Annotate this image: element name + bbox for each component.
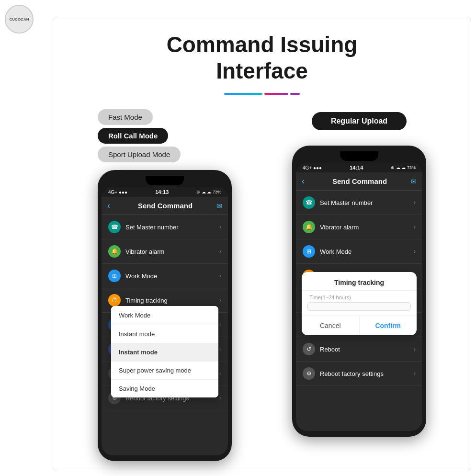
left-phone-screen: 4G+ ●●● 14:13 ⊕ ☁ ☁ 73% ‹ Send Command ✉…	[102, 187, 228, 455]
logo-image: CUCOCAN	[5, 5, 34, 34]
right-back-button[interactable]: ‹	[302, 176, 305, 186]
right-chevron-workmode: ›	[414, 248, 416, 255]
left-chevron-timing: ›	[219, 297, 221, 304]
right-status-bar: 4G+ ●●● 14:14 ⊕ ☁ ☁ 73%	[296, 163, 422, 172]
left-chevron-factory: ›	[219, 395, 221, 401]
main-container: Command Issuing Interface Fast Mode Roll…	[53, 17, 471, 471]
logo: CUCOCAN	[5, 5, 34, 34]
right-header-title: Send Command	[308, 177, 411, 185]
right-menu-item-vibrator[interactable]: 🔔 Vibrator alarm ›	[296, 215, 422, 239]
right-icon-master: ☎	[303, 196, 315, 209]
right-menu-item-master[interactable]: ☎ Set Master number ›	[296, 191, 422, 215]
left-icon-timing: ⏱	[108, 294, 121, 306]
right-menu-item-factory[interactable]: ⚙ Reboot factory settings ›	[296, 362, 422, 386]
left-labels: Fast Mode Roll Call Mode Sport Upload Mo…	[98, 109, 181, 162]
dialog-input-label: Time(1~24 hours)	[302, 291, 417, 302]
left-back-button[interactable]: ‹	[107, 201, 110, 211]
left-header-message-icon[interactable]: ✉	[216, 202, 222, 210]
left-status-signal: 4G+ ●●●	[108, 190, 127, 195]
label-roll-call-mode: Roll Call Mode	[98, 128, 168, 144]
right-chevron-factory: ›	[414, 370, 416, 377]
right-label-vibrator: Vibrator alarm	[320, 224, 359, 231]
left-chevron-vibrator: ›	[219, 248, 221, 255]
left-label-vibrator: Vibrator alarm	[125, 248, 164, 255]
right-header-message-icon[interactable]: ✉	[411, 178, 417, 185]
underline-purple	[290, 93, 300, 95]
right-menu-item-workmode[interactable]: ⊞ Work Mode ›	[296, 239, 422, 264]
dialog-buttons: Cancel Confirm	[302, 316, 417, 335]
left-dropdown: Work Mode Instant mode Instant mode Supe…	[111, 306, 218, 397]
right-chevron-master: ›	[414, 199, 416, 206]
left-label-master: Set Master number	[125, 224, 179, 231]
left-label-timing: Timing tracking	[125, 297, 168, 304]
left-phone-header: ‹ Send Command ✉	[102, 197, 228, 215]
left-status-icons: ⊕ ☁ ☁ 73%	[196, 190, 221, 194]
left-menu-item-master[interactable]: ☎ Set Master number ›	[102, 215, 228, 239]
right-menu-list: ☎ Set Master number › 🔔 Vibrator alarm ›…	[296, 191, 422, 288]
underline-blue	[224, 93, 262, 95]
right-label-reboot: Reboot	[320, 346, 340, 353]
right-chevron-vibrator: ›	[414, 224, 416, 230]
left-menu-item-vibrator[interactable]: 🔔 Vibrator alarm ›	[102, 239, 228, 264]
right-label-factory: Reboot factory settings	[320, 370, 384, 377]
label-regular-upload: Regular Upload	[312, 112, 407, 130]
dropdown-option-super[interactable]: Super power saving mode	[111, 362, 218, 380]
underline-pink	[264, 93, 288, 95]
dropdown-option-saving[interactable]: Saving Mode	[111, 380, 218, 397]
left-icon-master: ☎	[108, 221, 121, 233]
right-phone-section: Regular Upload 4G+ ●●● 14:14 ⊕ ☁ ☁ 73% ‹…	[278, 109, 441, 437]
right-phone-header: ‹ Send Command ✉	[296, 172, 422, 191]
right-icon-factory: ⚙	[303, 367, 315, 380]
dropdown-option-instant-2[interactable]: Instant mode	[111, 343, 218, 362]
left-header-title: Send Command	[114, 202, 216, 210]
right-chevron-reboot: ›	[414, 346, 416, 352]
title-decoration	[72, 93, 452, 95]
dialog-input-field[interactable]	[307, 302, 411, 311]
dialog-title: Timing tracking	[302, 272, 417, 291]
left-icon-workmode: ⊞	[108, 270, 121, 282]
right-label-workmode: Work Mode	[320, 248, 351, 255]
right-status-time: 14:14	[322, 165, 391, 170]
left-chevron-timezone: ›	[219, 346, 221, 352]
dialog-cancel-button[interactable]: Cancel	[302, 316, 360, 335]
right-phone-screen: 4G+ ●●● 14:14 ⊕ ☁ ☁ 73% ‹ Send Command ✉…	[296, 163, 422, 431]
left-label-workmode: Work Mode	[125, 272, 157, 280]
right-menu-item-reboot[interactable]: ↺ Reboot ›	[296, 337, 422, 362]
right-icon-vibrator: 🔔	[303, 221, 315, 233]
left-status-time: 14:13	[127, 189, 196, 195]
left-chevron-recording: ›	[219, 321, 221, 328]
left-menu-item-workmode[interactable]: ⊞ Work Mode ›	[102, 264, 228, 288]
left-status-bar: 4G+ ●●● 14:13 ⊕ ☁ ☁ 73%	[102, 187, 228, 197]
left-chevron-reboot: ›	[219, 370, 221, 377]
left-chevron-master: ›	[219, 224, 221, 230]
right-dialog: Timing tracking Time(1~24 hours) Cancel …	[302, 272, 417, 335]
left-phone-mockup: 4G+ ●●● 14:13 ⊕ ☁ ☁ 73% ‹ Send Command ✉…	[98, 170, 232, 461]
left-phone-section: Fast Mode Roll Call Mode Sport Upload Mo…	[83, 109, 246, 461]
dropdown-header: Work Mode	[111, 306, 218, 325]
left-menu-list: ☎ Set Master number › 🔔 Vibrator alarm ›…	[102, 215, 228, 313]
phones-area: Fast Mode Roll Call Mode Sport Upload Mo…	[72, 109, 452, 461]
left-icon-vibrator: 🔔	[108, 245, 121, 258]
right-phone-notch	[340, 151, 378, 161]
dropdown-option-instant-1[interactable]: Instant mode	[111, 325, 218, 343]
right-label-container: Regular Upload	[312, 112, 407, 138]
right-icon-workmode: ⊞	[303, 245, 315, 258]
right-status-icons: ⊕ ☁ ☁ 73%	[391, 165, 416, 170]
left-chevron-workmode: ›	[219, 272, 221, 279]
page-title: Command Issuing Interface	[72, 32, 452, 84]
right-icon-reboot: ↺	[303, 343, 315, 355]
right-phone-mockup: 4G+ ●●● 14:14 ⊕ ☁ ☁ 73% ‹ Send Command ✉…	[292, 146, 426, 437]
right-label-master: Set Master number	[320, 199, 373, 206]
left-phone-notch	[146, 176, 184, 185]
label-sport-upload-mode: Sport Upload Mode	[98, 147, 181, 162]
right-status-signal: 4G+ ●●●	[303, 165, 322, 170]
dialog-confirm-button[interactable]: Confirm	[360, 316, 417, 335]
label-fast-mode: Fast Mode	[98, 109, 153, 125]
